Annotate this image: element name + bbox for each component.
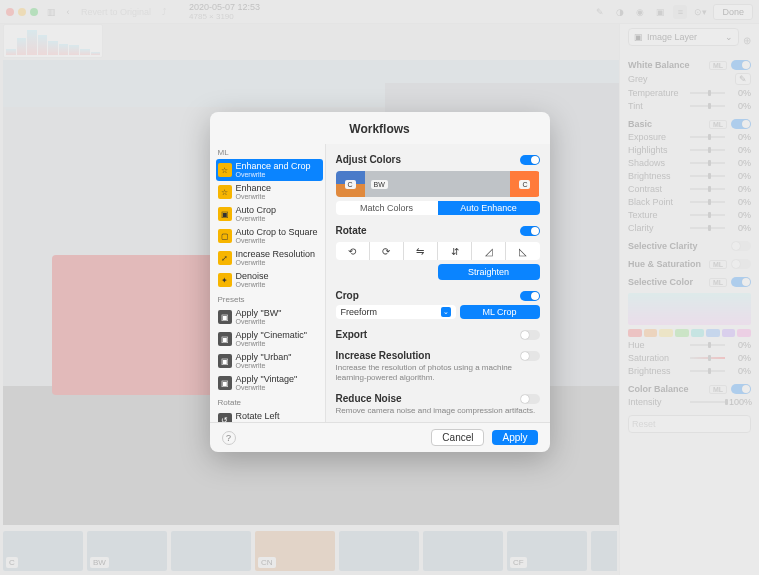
workflow-options: Adjust Colors C BW C Match Colors Auto E… [325, 144, 550, 422]
reduce-noise-block: Reduce Noise Remove camera noise and ima… [336, 393, 540, 416]
workflow-item-preset[interactable]: ▣Apply "Urban"Overwrite [216, 350, 323, 372]
reduce-noise-toggle[interactable] [520, 394, 540, 404]
section-label: Rotate [218, 398, 323, 407]
ml-icon: ☆ [218, 163, 232, 177]
auto-enhance-button[interactable]: Auto Enhance [438, 201, 540, 215]
crop-toggle[interactable] [520, 291, 540, 301]
workflow-item-preset[interactable]: ▣Apply "BW"Overwrite [216, 306, 323, 328]
help-button[interactable]: ? [222, 431, 236, 445]
workflow-item-autocrop[interactable]: ▣Auto CropOverwrite [216, 203, 323, 225]
ml-crop-button[interactable]: ML Crop [460, 305, 540, 319]
preset-icon: ▣ [218, 376, 232, 390]
ml-icon: ▢ [218, 229, 232, 243]
straighten-button[interactable]: Straighten [438, 264, 540, 280]
dialog-footer: ? Cancel Apply [210, 422, 550, 452]
preset-icon: ▣ [218, 310, 232, 324]
enhance-segment[interactable]: Match Colors Auto Enhance [336, 201, 540, 215]
dialog-title: Workflows [210, 112, 550, 144]
crop-header: Crop [336, 290, 540, 301]
workflow-item-preset[interactable]: ▣Apply "Cinematic"Overwrite [216, 328, 323, 350]
cancel-button[interactable]: Cancel [431, 429, 484, 446]
rotate-toggle[interactable] [520, 226, 540, 236]
ml-icon: ✦ [218, 273, 232, 287]
increase-res-toggle[interactable] [520, 351, 540, 361]
workflow-item-increase-res[interactable]: ⤢Increase ResolutionOverwrite [216, 247, 323, 269]
workflow-item-autocrop-sq[interactable]: ▢Auto Crop to SquareOverwrite [216, 225, 323, 247]
increase-resolution-block: Increase Resolution Increase the resolut… [336, 350, 540, 383]
rotate-icon: ↺ [218, 413, 232, 422]
workflow-item-denoise[interactable]: ✦DenoiseOverwrite [216, 269, 323, 291]
workflow-item-enhance[interactable]: ☆EnhanceOverwrite [216, 181, 323, 203]
flip-h-button[interactable]: ⇋ [404, 242, 438, 260]
workflows-dialog: Workflows ML ☆Enhance and CropOverwrite … [210, 112, 550, 452]
workflow-item-rotate-left[interactable]: ↺Rotate LeftOverwrite [216, 409, 323, 422]
workflow-list: ML ☆Enhance and CropOverwrite ☆EnhanceOv… [210, 144, 325, 422]
preset-icon: ▣ [218, 332, 232, 346]
straighten-ccw-button[interactable]: ◿ [472, 242, 506, 260]
ml-icon: ▣ [218, 207, 232, 221]
export-toggle[interactable] [520, 330, 540, 340]
straighten-cw-button[interactable]: ◺ [506, 242, 539, 260]
adjust-colors-toggle[interactable] [520, 155, 540, 165]
section-label: ML [218, 148, 323, 157]
rotate-header: Rotate [336, 225, 540, 236]
rotate-right-button[interactable]: ⟳ [370, 242, 404, 260]
adjust-colors-header: Adjust Colors [336, 154, 540, 165]
match-colors-button[interactable]: Match Colors [336, 201, 438, 215]
ml-icon: ⤢ [218, 251, 232, 265]
preset-icon: ▣ [218, 354, 232, 368]
rotate-left-button[interactable]: ⟲ [336, 242, 370, 260]
workflow-item-preset[interactable]: ▣Apply "Vintage"Overwrite [216, 372, 323, 394]
chevron-updown-icon: ⌄ [441, 307, 451, 317]
flip-v-button[interactable]: ⇵ [438, 242, 472, 260]
ml-icon: ☆ [218, 185, 232, 199]
section-label: Presets [218, 295, 323, 304]
workflow-item-enhance-crop[interactable]: ☆Enhance and CropOverwrite [216, 159, 323, 181]
apply-button[interactable]: Apply [492, 430, 537, 445]
color-preset-thumbs[interactable]: C BW C [336, 171, 540, 197]
export-header: Export [336, 329, 540, 340]
crop-mode-select[interactable]: Freeform⌄ [336, 305, 456, 319]
